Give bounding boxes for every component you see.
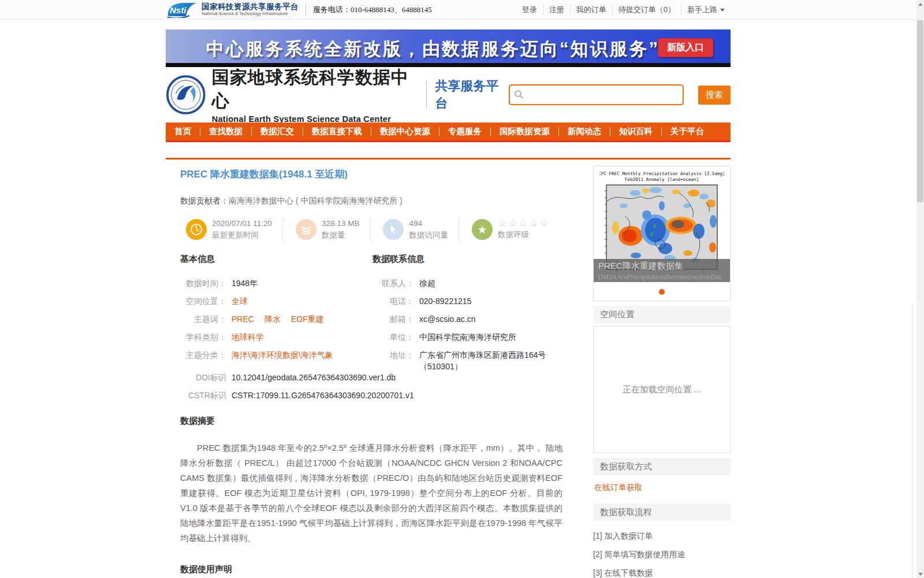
chevron-down-icon [720, 9, 725, 12]
dataset-image-carousel: CPC PREC Monthly Precipitation Analysis … [593, 166, 731, 301]
keyword-link[interactable]: 降水 [264, 314, 281, 324]
abstract-heading: 数据摘要 [180, 416, 570, 427]
contact-info-section: 数据联系信息 联系人： 徐超 电话： 020-89221215 邮箱： xc@s… [372, 254, 570, 407]
contributor-label: 数据贡献者： [180, 196, 229, 205]
access-process-steps: [1] 加入数据订单 [2] 简单填写数据使用用途 [3] 在线下载数据 [593, 521, 731, 578]
dataset-detail-panel: PREC 降水重建数据集(1948.1 至近期) 数据贡献者：南海海洋数据中心 … [166, 160, 570, 578]
spatial-location-heading: 空间位置 [593, 306, 731, 323]
divider [426, 81, 427, 108]
field-data-time: 数据时间： 1948年 [180, 277, 372, 289]
beginner-guide-dropdown[interactable]: 新手上路 [681, 5, 731, 15]
main-nav: 首页 查找数据 数据汇交 数据直接下载 数据中心资源 专题服务 国际数据资源 新… [166, 123, 731, 142]
location-link[interactable]: 全球 [232, 295, 248, 307]
basic-info-heading: 基本信息 [180, 254, 372, 265]
field-category: 主题分类： 海洋\海洋环境数据\海洋气象 [180, 349, 372, 361]
field-contact-phone: 电话： 020-89221215 [372, 295, 570, 307]
stat-rating: ★ ☆☆☆☆☆ 数据评级 [459, 218, 561, 241]
site-name: 国家地球系统科学数据中心 [212, 66, 420, 113]
nav-center-resources[interactable]: 数据中心资源 [371, 127, 439, 136]
divider [305, 3, 306, 16]
stat-updated: 2020/07/01 11:20 最新更新时间 [186, 218, 282, 241]
stat-visits: 494 数据访问量 [370, 218, 459, 241]
layers-icon [300, 223, 312, 236]
right-sidebar: CPC PREC Monthly Precipitation Analysis … [593, 160, 731, 578]
nav-data-submit[interactable]: 数据汇交 [251, 127, 303, 136]
scroll-down-arrow[interactable] [916, 570, 924, 578]
carousel-caption: PREC降水重建数据集 (NOAA'sPrecipitationReconstr… [594, 259, 730, 282]
platform-sub-name: 共享服务平台 [435, 77, 509, 112]
nsti-platform-name-en: National Science & Technology Infrastruc… [202, 12, 299, 16]
abstract-section: 数据摘要 PREC 数据集为1948 年至今的2.5º×2.5º 全球逐月降水分… [180, 416, 570, 546]
basic-info-section: 基本信息 数据时间： 1948年 空间位置： 全球 主题词： PREC降水EOF… [180, 254, 372, 407]
page-scrollbar[interactable] [916, 0, 924, 578]
abstract-text: PREC 数据集为1948 年至今的2.5º×2.5º 全球逐月降水分析资料（降… [180, 440, 562, 546]
nav-about[interactable]: 关于平台 [661, 127, 713, 136]
nsti-platform-name: 国家科技资源共享服务平台 [202, 3, 299, 12]
online-order-link[interactable]: 在线订单获取 [593, 475, 731, 499]
field-subject: 学科类别： 地球科学 [180, 331, 372, 343]
banner-slogan: 中心服务系统全新改版，由数据服务迈向“知识服务” [206, 37, 660, 61]
clock-icon [190, 223, 203, 236]
service-phone: 服务电话：010-64888143、64888145 [313, 5, 432, 15]
field-cstr: CSTR标识 CSTR:17099.11.G265476364303690.20… [180, 390, 372, 401]
scrollbar-thumb[interactable] [917, 20, 923, 202]
access-process-heading: 数据获取流程 [593, 503, 731, 521]
nav-international-resources[interactable]: 国际数据资源 [490, 127, 558, 136]
nav-find-data[interactable]: 查找数据 [200, 127, 251, 136]
new-version-entry-button[interactable]: 新版入口 [658, 38, 713, 57]
rating-stars[interactable]: ☆☆☆☆☆ [498, 218, 550, 229]
keyword-link[interactable]: EOF重建 [291, 314, 324, 324]
nav-direct-download[interactable]: 数据直接下载 [303, 127, 371, 136]
data-access-heading: 数据获取方式 [593, 458, 731, 475]
field-contact-address: 地址： 广东省广州市海珠区新港西路164号（510301） [372, 349, 570, 372]
field-spatial-location: 空间位置： 全球 [180, 295, 372, 307]
earth-data-center-logo[interactable] [166, 74, 206, 116]
nav-home[interactable]: 首页 [166, 127, 200, 136]
subject-link[interactable]: 地球科学 [232, 331, 264, 343]
nsti-logo-icon: Nsti [166, 2, 198, 18]
nav-news[interactable]: 新闻动态 [558, 127, 610, 136]
process-step: [3] 在线下载数据 [593, 568, 731, 578]
keyword-link[interactable]: PREC [232, 314, 254, 324]
field-contact-email: 邮箱： xc@scsio.ac.cn [372, 313, 570, 325]
nav-special-services[interactable]: 专题服务 [439, 127, 490, 136]
login-link[interactable]: 登录 [516, 5, 543, 15]
spatial-map-loading: 正在加载空间位置 ... [593, 326, 731, 453]
usage-statement-heading: 数据使用声明 [180, 564, 570, 575]
banner-bottom-strip [166, 63, 731, 67]
field-keywords: 主题词： PREC降水EOF重建 [180, 313, 372, 325]
promo-banner: 中心服务系统全新改版，由数据服务迈向“知识服务” 新版入口 [166, 29, 731, 67]
search-button[interactable]: 搜索 [698, 86, 731, 105]
field-contact-person: 联系人： 徐超 [372, 277, 570, 289]
category-link[interactable]: 海洋\海洋环境数据\海洋气象 [232, 349, 333, 361]
register-link[interactable]: 注册 [543, 5, 570, 15]
nsti-logo[interactable]: Nsti 国家科技资源共享服务平台 National Science & Tec… [166, 2, 299, 18]
field-doi: DOI标识 10.12041/geodata.265476364303690.v… [180, 372, 372, 383]
cursor-icon [388, 224, 399, 235]
top-links: 登录 注册 我的订单 待提交订单（0） 新手上路 [516, 5, 731, 15]
star-icon: ★ [472, 219, 493, 240]
site-header: 国家地球系统科学数据中心 National Earth System Scien… [166, 67, 731, 123]
svg-text:CPC PREC Monthly Precipitation: CPC PREC Monthly Precipitation Analysis … [599, 171, 724, 176]
dataset-stats: 2020/07/01 11:20 最新更新时间 328.13 MB 数据量 [186, 218, 570, 241]
contact-heading: 数据联系信息 [372, 254, 570, 265]
field-contact-org: 单位： 中国科学院南海海洋研究所 [372, 331, 570, 343]
usage-statement-section: 数据使用声明 为尊重知识产权、保障数据作者和数据服务提供者的权益，请数据使用者在… [180, 564, 570, 578]
contributor-row: 数据贡献者：南海海洋数据中心 ( 中国科学院南海海洋研究所 ) [180, 196, 570, 206]
top-utility-bar: Nsti 国家科技资源共享服务平台 National Science & Tec… [0, 0, 924, 20]
nav-knowledge[interactable]: 知识百科 [610, 127, 661, 136]
content-right-edge [912, 302, 913, 578]
svg-text:Nsti: Nsti [170, 5, 187, 15]
search-input[interactable] [509, 84, 684, 105]
contributor-value: 南海海洋数据中心 ( 中国科学院南海海洋研究所 ) [229, 196, 403, 205]
my-orders-link[interactable]: 我的订单 [570, 5, 612, 15]
scroll-up-arrow[interactable] [916, 0, 924, 8]
stat-size: 328.13 MB 数据量 [282, 218, 370, 241]
search-icon [514, 90, 524, 99]
svg-text:Feb2011 Anomaly [land+ocean]: Feb2011 Anomaly [land+ocean] [625, 177, 699, 182]
process-step: [1] 加入数据订单 [593, 531, 731, 542]
pending-orders-link[interactable]: 待提交订单（0） [612, 5, 681, 15]
process-step: [2] 简单填写数据使用用途 [593, 550, 731, 560]
carousel-dot[interactable] [659, 289, 665, 295]
dataset-title: PREC 降水重建数据集(1948.1 至近期) [180, 168, 570, 181]
